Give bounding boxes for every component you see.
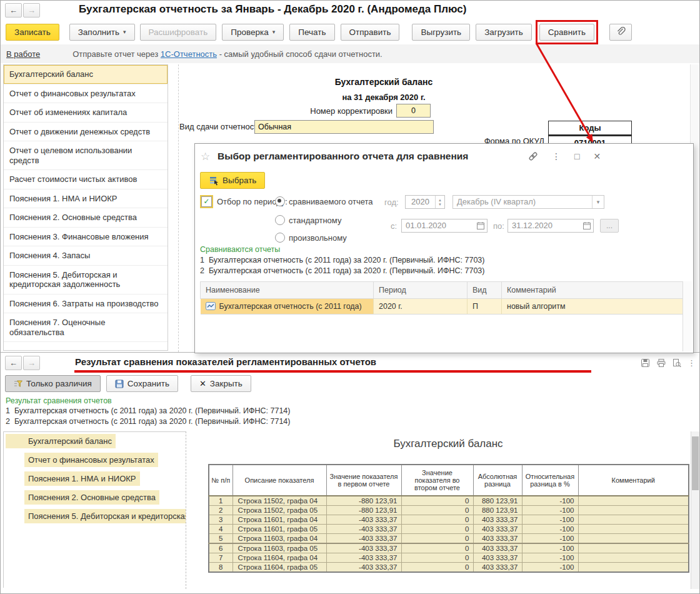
forward-button[interactable]: → bbox=[23, 356, 40, 370]
maximize-icon[interactable]: □ bbox=[574, 151, 579, 161]
diff-table-cell: -403 333,37 bbox=[326, 525, 401, 534]
spinner-arrows[interactable]: ▲▼ bbox=[435, 196, 444, 208]
vertical-scrollbar[interactable] bbox=[682, 281, 692, 351]
period-select[interactable]: Декабрь (IV квартал) ▾ bbox=[452, 195, 604, 209]
year-stepper[interactable]: 2020 ▲▼ bbox=[405, 195, 445, 209]
more-options-button[interactable]: ... bbox=[600, 219, 619, 233]
caret-down-icon[interactable]: ▾ bbox=[592, 196, 604, 208]
column-header-period[interactable]: Период bbox=[374, 282, 468, 299]
calendar-icon[interactable] bbox=[582, 221, 591, 230]
result-section-item[interactable]: Отчет о финансовых результатах bbox=[4, 453, 186, 471]
save-result-button[interactable]: Сохранить bbox=[106, 375, 178, 392]
correction-number-field[interactable]: 0 bbox=[396, 104, 431, 118]
diff-table-row[interactable]: 6Строка 11603, графа 05-403 333,370403 3… bbox=[209, 543, 689, 553]
print-icon[interactable] bbox=[656, 358, 666, 368]
diff-table-row[interactable]: 7Строка 11604, графа 04-403 333,370403 3… bbox=[209, 553, 689, 563]
sidebar-item[interactable]: Пояснения 7. Оценочные обязательства bbox=[4, 313, 168, 342]
favorite-star-icon[interactable]: ☆ bbox=[201, 150, 210, 163]
diff-table-cell: -100 bbox=[522, 563, 578, 573]
column-header-kind[interactable]: Вид bbox=[468, 282, 502, 299]
back-button[interactable]: ← bbox=[5, 356, 22, 370]
diff-table-row[interactable]: 3Строка 11601, графа 04-403 333,370403 3… bbox=[209, 515, 689, 525]
back-button[interactable]: ← bbox=[5, 3, 22, 18]
save-record-button[interactable]: Записать bbox=[6, 24, 59, 41]
column-header-comment[interactable]: Комментарий bbox=[502, 282, 683, 299]
select-button[interactable]: Выбрать bbox=[200, 172, 265, 189]
result-section-item[interactable]: Бухгалтерский баланс bbox=[4, 434, 186, 453]
diff-table-row[interactable]: 1Строка 11502, графа 04-880 123,910880 1… bbox=[209, 496, 689, 506]
diff-table-row[interactable]: 5Строка 11603, графа 04-403 333,370403 3… bbox=[209, 534, 689, 544]
forward-button[interactable]: → bbox=[23, 3, 40, 18]
diff-table-cell: 0 bbox=[401, 525, 473, 534]
result-section-item[interactable]: Пояснения 5. Дебиторская и кредиторская … bbox=[4, 509, 186, 528]
sidebar-item[interactable]: Пояснения 5. Дебиторская и кредиторская … bbox=[4, 266, 168, 294]
scrollbar-thumb[interactable] bbox=[692, 436, 699, 490]
column-header-name[interactable]: Наименование bbox=[201, 282, 374, 299]
sidebar-item[interactable]: Отчет о финансовых результатах bbox=[4, 84, 168, 104]
radio-custom-period[interactable] bbox=[275, 233, 285, 243]
diff-table-cell: -100 bbox=[522, 543, 578, 553]
diff-only-button[interactable]: Только различия bbox=[5, 375, 101, 392]
panel-splitter[interactable] bbox=[178, 64, 179, 352]
report-table-row[interactable]: Бухгалтерская отчетность (с 2011 года) 2… bbox=[201, 299, 683, 315]
panel-splitter[interactable] bbox=[186, 431, 186, 589]
title-underline-annotation bbox=[74, 370, 591, 373]
attachments-button[interactable] bbox=[609, 24, 632, 41]
compare-button[interactable]: Сравнить bbox=[539, 24, 594, 41]
send-button[interactable]: Отправить bbox=[341, 24, 400, 41]
compare-select-dialog: ☆ Выбор регламентированного отчета для с… bbox=[194, 143, 694, 353]
compared-reports-lines: 1 Бухгалтерская отчетность (с 2011 года)… bbox=[200, 256, 484, 277]
sidebar-item[interactable]: Пояснения 2. Основные средства bbox=[4, 208, 168, 228]
import-button[interactable]: Загрузить bbox=[476, 24, 532, 41]
diff-table-row[interactable]: 4Строка 11601, графа 05-403 333,370403 3… bbox=[209, 525, 689, 534]
menu-dots-icon[interactable]: ⋮ bbox=[688, 358, 696, 368]
export-button[interactable]: Выгрузить bbox=[412, 24, 470, 41]
close-icon[interactable]: ✕ bbox=[593, 151, 601, 161]
diff-column-header: Абсолютная разница bbox=[473, 465, 522, 496]
submission-kind-field[interactable]: Обычная bbox=[254, 120, 434, 134]
reporting-service-link[interactable]: 1С-Отчетность bbox=[161, 49, 217, 59]
radio-compared-report[interactable] bbox=[275, 196, 285, 206]
close-icon: ✕ bbox=[199, 379, 206, 388]
forward-icon: → bbox=[28, 6, 36, 15]
menu-dots-icon[interactable]: ⋮ bbox=[552, 151, 561, 161]
period-filter-checkbox[interactable]: ✓ bbox=[201, 196, 212, 207]
sidebar-item[interactable]: Пояснения 1. НМА и НИОКР bbox=[4, 189, 168, 209]
diff-table-cell bbox=[578, 534, 689, 544]
section-label: Пояснения 5. Дебиторская и кредиторская … bbox=[24, 509, 186, 523]
sidebar-item[interactable]: Расчет стоимости чистых активов bbox=[4, 170, 168, 189]
decrypt-button[interactable]: Расшифровать bbox=[140, 24, 217, 41]
diff-table-cell: 0 bbox=[401, 543, 473, 553]
sidebar-item[interactable]: Бухгалтерский баланс bbox=[4, 65, 168, 84]
sidebar-item[interactable]: Отчет об изменениях капитала bbox=[4, 103, 168, 123]
radio-standard-period[interactable] bbox=[275, 215, 285, 225]
close-result-button[interactable]: ✕ Закрыть bbox=[191, 375, 251, 392]
report-kind: П bbox=[468, 299, 502, 315]
diff-table-cell: -403 333,37 bbox=[326, 563, 401, 573]
diff-table-row[interactable]: 8Строка 11604, графа 05-403 333,370403 3… bbox=[209, 563, 689, 573]
vertical-scrollbar[interactable] bbox=[691, 431, 699, 589]
print-button[interactable]: Печать bbox=[289, 24, 334, 41]
status-state-link[interactable]: В работе bbox=[6, 49, 40, 59]
save-icon[interactable] bbox=[641, 358, 650, 368]
calendar-icon[interactable] bbox=[476, 221, 485, 230]
sidebar-item[interactable]: Отчет о движении денежных средств bbox=[4, 123, 168, 142]
diff-table-cell: -100 bbox=[522, 553, 578, 563]
fill-button-label: Заполнить bbox=[78, 28, 119, 37]
date-to-field[interactable]: 31.12.2020 bbox=[508, 219, 594, 233]
sidebar-item[interactable]: Отчет о целевом использовании средств bbox=[4, 141, 168, 170]
preview-icon[interactable] bbox=[672, 358, 681, 368]
diff-table-cell: -100 bbox=[522, 534, 578, 544]
radio-custom-period-label: произвольному bbox=[289, 233, 347, 243]
diff-table-row[interactable]: 2Строка 11502, графа 05-880 123,910880 1… bbox=[209, 506, 689, 515]
date-from-field[interactable]: 01.01.2020 bbox=[401, 219, 488, 233]
link-icon[interactable] bbox=[528, 151, 538, 161]
sidebar-item[interactable]: Пояснения 3. Финансовые вложения bbox=[4, 228, 168, 247]
result-summary-lines: 1 Бухгалтерская отчетность (с 2011 года)… bbox=[6, 406, 290, 428]
result-section-item[interactable]: Пояснения 1. НМА и НИОКР bbox=[4, 471, 186, 490]
sidebar-item[interactable]: Пояснения 6. Затраты на производство bbox=[4, 294, 168, 314]
fill-button[interactable]: Заполнить ▾ bbox=[69, 24, 135, 41]
sidebar-item[interactable]: Пояснения 4. Запасы bbox=[4, 246, 168, 266]
result-section-item[interactable]: Пояснения 2. Основные средства bbox=[4, 490, 186, 509]
check-button[interactable]: Проверка ▾ bbox=[222, 24, 284, 41]
